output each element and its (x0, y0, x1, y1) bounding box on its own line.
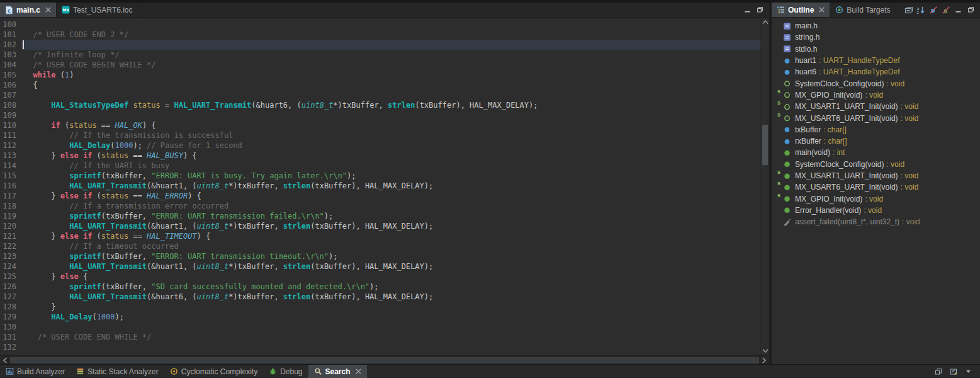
line-number[interactable]: 127 (0, 292, 21, 302)
code-line-text[interactable]: } else if (status == HAL_ERROR) { (21, 191, 760, 201)
line-number[interactable]: 120 (0, 221, 21, 231)
code-line-text[interactable]: HAL_UART_Transmit(&huart1, (uint8_t*)txB… (21, 181, 760, 191)
hide-static-icon[interactable]: s (940, 5, 951, 15)
outline-item-huart1[interactable]: huart1: UART_HandleTypeDef (772, 55, 980, 66)
vertical-scrollbar[interactable] (760, 18, 769, 355)
code-line-text[interactable] (21, 342, 760, 352)
code-line[interactable]: 122 // If a timeout occurred (0, 241, 760, 251)
code-line[interactable]: 132 (0, 342, 760, 352)
code-line[interactable]: 105 while (1) (0, 70, 760, 80)
bottom-tab-search[interactable]: Search (308, 365, 367, 378)
code-line[interactable]: 102 (0, 40, 760, 50)
line-number[interactable]: 100 (0, 20, 21, 30)
code-line-text[interactable]: } else if (status == HAL_TIMEOUT) { (21, 231, 760, 241)
code-line[interactable]: 114 // If the UART is busy (0, 161, 760, 171)
code-line-text[interactable]: HAL_StatusTypeDef status = HAL_UART_Tran… (21, 100, 760, 110)
code-line-text[interactable]: /* Infinite loop */ (21, 50, 760, 60)
scroll-up-icon[interactable] (761, 18, 769, 26)
horizontal-scrollbar-thumb[interactable] (10, 357, 759, 364)
code-line-text[interactable]: HAL_UART_Transmit(&huart1, (uint8_t*)txB… (21, 261, 760, 272)
code-line[interactable]: 119 sprintf(txBuffer, "ERROR: UART trans… (0, 211, 760, 221)
line-number[interactable]: 132 (0, 342, 21, 352)
line-number[interactable]: 102 (0, 40, 21, 50)
close-icon[interactable] (356, 369, 361, 374)
code-line[interactable]: 117 } else if (status == HAL_ERROR) { (0, 191, 760, 201)
line-number[interactable]: 123 (0, 251, 21, 261)
outline-item-assert-failed-uint8-t-uint32-t[interactable]: assert_failed(uint8_t*, uint32_t): void (772, 216, 980, 227)
code-line[interactable]: 111 // If the transmission is successful (0, 130, 760, 140)
restore-icon[interactable] (966, 5, 976, 15)
code-line-text[interactable]: } else if (status == HAL_BUSY) { (21, 151, 760, 161)
outline-item-systemclock-config-void[interactable]: SystemClock_Config(void): void (772, 77, 980, 89)
code-line[interactable]: 110 if (status == HAL_OK) { (0, 120, 760, 130)
outline-item-mx-gpio-init-void[interactable]: sMX_GPIO_Init(void): void (772, 89, 980, 101)
restore-view-icon[interactable] (933, 367, 943, 377)
line-number[interactable]: 101 (0, 30, 21, 40)
code-line-text[interactable]: // If a transmission error occurred (21, 201, 760, 211)
outline-item-mx-usart1-uart-init-void[interactable]: sMX_USART1_UART_Init(void): void (772, 170, 980, 181)
code-line[interactable]: 108 HAL_StatusTypeDef status = HAL_UART_… (0, 100, 760, 110)
line-number[interactable]: 106 (0, 80, 21, 90)
line-number[interactable]: 124 (0, 261, 21, 272)
code-line-text[interactable]: sprintf(txBuffer, "ERROR: UART is busy. … (21, 171, 760, 181)
code-line-text[interactable] (21, 110, 760, 120)
line-number[interactable]: 114 (0, 161, 21, 171)
minimize-icon[interactable] (742, 5, 753, 15)
code-line-text[interactable]: HAL_Delay(1000); // Pause for 1 second (21, 140, 760, 151)
code-line-text[interactable]: HAL_UART_Transmit(&huart6, (uint8_t*)txB… (21, 292, 760, 302)
line-number[interactable]: 126 (0, 282, 21, 292)
code-line-text[interactable]: // If the transmission is successful (21, 130, 760, 140)
code-line-text[interactable]: HAL_UART_Transmit(&huart1, (uint8_t*)txB… (21, 221, 760, 231)
line-number[interactable]: 125 (0, 272, 21, 282)
code-line-text[interactable]: while (1) (21, 70, 760, 80)
code-line-text[interactable]: sprintf(txBuffer, "ERROR: UART transmiss… (21, 251, 760, 261)
code-line[interactable]: 112 HAL_Delay(1000); // Pause for 1 seco… (0, 140, 760, 151)
code-line-text[interactable]: // If a timeout occurred (21, 241, 760, 251)
line-number[interactable]: 111 (0, 130, 21, 140)
line-number[interactable]: 113 (0, 151, 21, 161)
outline-item-stdio-h[interactable]: stdio.h (772, 43, 980, 55)
view-tab-outline[interactable]: Outline (772, 3, 830, 17)
line-number[interactable]: 105 (0, 70, 21, 80)
code-line-text[interactable] (21, 322, 760, 332)
line-number[interactable]: 122 (0, 241, 21, 251)
code-line[interactable]: 128 } (0, 302, 760, 312)
bottom-tab-cyclomatic-complexity[interactable]: Cyclomatic Complexity (164, 365, 263, 378)
outline-item-mx-usart1-uart-init-void[interactable]: sMX_USART1_UART_Init(void): void (772, 101, 980, 112)
code-line[interactable]: 126 sprintf(txBuffer, "SD card successfu… (0, 282, 760, 292)
outline-item-error-handler-void[interactable]: Error_Handler(void): void (772, 205, 980, 216)
collapse-all-icon[interactable] (903, 5, 913, 15)
code-line[interactable]: 106 { (0, 80, 760, 90)
code-line[interactable]: 103 /* Infinite loop */ (0, 50, 760, 60)
code-editor[interactable]: 100101 /* USER CODE END 2 */102103 /* In… (0, 18, 769, 355)
code-line-text[interactable]: if (status == HAL_OK) { (21, 120, 760, 130)
line-number[interactable]: 117 (0, 191, 21, 201)
code-line[interactable]: 131 /* USER CODE END WHILE */ (0, 332, 760, 342)
sort-icon[interactable]: az (915, 5, 926, 15)
outline-item-huart6[interactable]: huart6: UART_HandleTypeDef (772, 66, 980, 77)
editor-tab-test-usart6-ioc[interactable]: MXTest_USART6.ioc (57, 3, 138, 17)
scroll-down-icon[interactable] (761, 347, 769, 355)
code-line-text[interactable]: HAL_Delay(1000); (21, 312, 760, 322)
line-number[interactable]: 107 (0, 90, 21, 100)
outline-list[interactable]: main.hstring.hstdio.hhuart1: UART_Handle… (772, 18, 980, 364)
line-number[interactable]: 121 (0, 231, 21, 241)
line-number[interactable]: 110 (0, 120, 21, 130)
code-line[interactable]: 113 } else if (status == HAL_BUSY) { (0, 151, 760, 161)
code-line[interactable]: 116 HAL_UART_Transmit(&huart1, (uint8_t*… (0, 181, 760, 191)
line-number[interactable]: 104 (0, 60, 21, 70)
code-line[interactable]: 107 (0, 90, 760, 100)
line-number[interactable]: 119 (0, 211, 21, 221)
code-line[interactable]: 123 sprintf(txBuffer, "ERROR: UART trans… (0, 251, 760, 261)
code-line[interactable]: 109 (0, 110, 760, 120)
code-line[interactable]: 130 (0, 322, 760, 332)
code-line[interactable]: 100 (0, 20, 760, 30)
code-line[interactable]: 125 } else { (0, 272, 760, 282)
vertical-scrollbar-thumb[interactable] (762, 125, 768, 165)
code-line-text[interactable]: /* USER CODE END WHILE */ (21, 332, 760, 342)
restore-icon[interactable] (755, 5, 765, 15)
code-line-text[interactable]: } else { (21, 272, 760, 282)
scroll-right-icon[interactable] (760, 356, 769, 364)
code-line-text[interactable]: /* USER CODE END 2 */ (21, 30, 760, 40)
view-tab-build-targets[interactable]: Build Targets (830, 3, 896, 17)
